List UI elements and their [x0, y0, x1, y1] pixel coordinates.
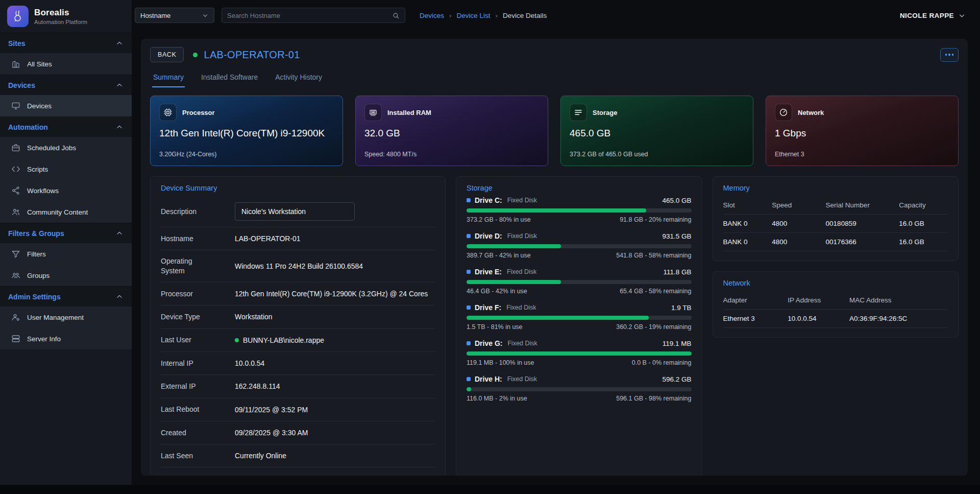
sidebar-item-server-info[interactable]: Server Info	[0, 328, 132, 349]
row-value: 12th Gen Intel(R) Core(TM) i9-12900K (3.…	[235, 289, 435, 299]
summary-row-last-seen: Last Seen Currently Online	[161, 444, 435, 467]
tab-activity-history[interactable]: Activity History	[274, 68, 323, 87]
row-value: LAB-OPERATOR-01	[235, 233, 435, 244]
drive-used: 373.2 GB - 80% in use	[467, 216, 531, 223]
drive-name: Drive D:	[475, 232, 502, 240]
row-label: Hostname	[161, 234, 235, 244]
sidebar-section-automation[interactable]: Automation	[0, 116, 132, 137]
drive-type: Fixed Disk	[507, 232, 537, 240]
user-menu[interactable]: NICOLE RAPPE	[900, 12, 966, 19]
description-input[interactable]	[235, 202, 355, 221]
drive-used: 46.4 GB - 42% in use	[467, 288, 527, 295]
sidebar-item-label: Scheduled Jobs	[27, 144, 76, 152]
drive-name: Drive E:	[475, 268, 502, 276]
sidebar-item-label: Server Info	[27, 335, 61, 343]
sidebar-item-all-sites[interactable]: All Sites	[0, 53, 132, 75]
sidebar-item-devices[interactable]: Devices	[0, 95, 132, 116]
summary-row-external-ip: External IP 162.248.8.114	[161, 375, 435, 398]
tab-installed-software[interactable]: Installed Software	[200, 68, 259, 87]
search-input[interactable]	[227, 12, 392, 19]
sidebar-item-label: All Sites	[27, 60, 52, 68]
col-header-capacity: Capacity	[899, 201, 948, 209]
drive-bullet-icon	[467, 270, 471, 274]
code-icon	[11, 164, 20, 174]
summary-row-hostname: Hostname LAB-OPERATOR-01	[161, 227, 435, 250]
sidebar-item-scheduled-jobs[interactable]: Scheduled Jobs	[0, 137, 132, 158]
summary-row-created: Created 09/28/2025 @ 3:30 AM	[161, 421, 435, 444]
stat-cards: Processor 12th Gen Intel(R) Core(TM) i9-…	[150, 96, 959, 166]
sidebar-item-community-content[interactable]: Community Content	[0, 201, 132, 223]
back-button[interactable]: BACK	[150, 47, 184, 62]
drive-remaining: 65.4 GB - 58% remaining	[620, 288, 691, 295]
stat-label: Installed RAM	[387, 109, 431, 116]
user-gear-icon	[11, 313, 20, 322]
sidebar-item-label: Filters	[27, 250, 46, 258]
cell-speed: 4800	[772, 238, 825, 246]
sidebar-item-scripts[interactable]: Scripts	[0, 158, 132, 180]
panel-header: BACK LAB-OPERATOR-01	[150, 47, 959, 62]
cell-serial: 00180859	[826, 220, 899, 227]
chevron-up-icon	[115, 81, 124, 89]
drive-usage-fill	[467, 244, 561, 248]
hostname-filter-select[interactable]: Hostname	[135, 8, 214, 23]
breadcrumb-devices[interactable]: Devices	[420, 12, 444, 19]
hostname-filter-value: Hostname	[140, 12, 170, 19]
network-table-header: Adapter IP Address MAC Address	[723, 291, 948, 310]
stat-label: Processor	[182, 109, 215, 116]
row-label: Device Type	[161, 312, 235, 322]
user-online-dot	[235, 338, 239, 342]
brand[interactable]: Borealis Automation Platform	[0, 0, 132, 33]
chevron-up-icon	[115, 229, 124, 238]
row-value: Windows 11 Pro 24H2 Build 26100.6584	[235, 261, 435, 271]
more-actions-button[interactable]	[940, 48, 959, 62]
memory-card: Memory Slot Speed Serial Number Capacity…	[713, 176, 959, 261]
speed-gauge-icon	[775, 104, 792, 121]
breadcrumb-device-list[interactable]: Device List	[457, 12, 491, 19]
cell-adapter: Ethernet 3	[723, 315, 788, 322]
drive-size: 1.9 TB	[671, 304, 692, 312]
drive-type: Fixed Disk	[507, 340, 537, 347]
sidebar-section-sites[interactable]: Sites	[0, 33, 132, 53]
drive-size: 596.2 GB	[662, 375, 691, 383]
drive-row-c: Drive C: Fixed Disk 465.0 GB 373.2 GB - …	[467, 196, 692, 223]
cell-slot: BANK 0	[723, 238, 772, 246]
main-area: Hostname Devices › Device List › Device …	[132, 0, 980, 485]
breadcrumb: Devices › Device List › Device Details	[420, 12, 547, 19]
breadcrumb-separator: ›	[496, 12, 498, 19]
drive-size: 111.8 GB	[663, 268, 691, 276]
sidebar-section-devices[interactable]: Devices	[0, 75, 132, 95]
sidebar-item-workflows[interactable]: Workflows	[0, 180, 132, 201]
sidebar-section-filters-groups[interactable]: Filters & Groups	[0, 223, 132, 243]
online-status-dot	[193, 53, 198, 57]
memory-table-header: Slot Speed Serial Number Capacity	[723, 196, 948, 215]
people-icon	[11, 207, 20, 217]
row-label: Description	[161, 207, 235, 217]
row-label: External IP	[161, 382, 235, 391]
app-window: Borealis Automation Platform Sites All S…	[0, 0, 980, 485]
drive-name: Drive G:	[475, 339, 502, 347]
col-header-mac: MAC Address	[849, 296, 948, 304]
sidebar-section-admin-settings[interactable]: Admin Settings	[0, 286, 132, 307]
drive-remaining: 91.8 GB - 20% remaining	[620, 216, 691, 223]
sidebar-item-label: Community Content	[27, 208, 88, 216]
drive-usage-bar	[467, 387, 692, 391]
stat-value: 465.0 GB	[570, 128, 744, 139]
caret-down-icon	[202, 12, 209, 19]
lower-section: Device Summary Description Hostname LAB-…	[150, 176, 959, 476]
sidebar-item-label: Groups	[27, 272, 50, 279]
drive-used: 1.5 TB - 81% in use	[467, 323, 523, 331]
sidebar-item-groups[interactable]: Groups	[0, 265, 132, 286]
tab-summary[interactable]: Summary	[152, 68, 185, 87]
drive-remaining: 360.2 GB - 19% remaining	[616, 323, 691, 331]
row-value: 09/11/2025 @ 3:52 PM	[235, 405, 435, 415]
chevron-up-icon	[115, 123, 124, 131]
sidebar-item-user-management[interactable]: User Management	[0, 307, 132, 328]
cell-slot: BANK 0	[723, 220, 772, 227]
sidebar-item-label: User Management	[27, 314, 84, 321]
summary-row-description: Description	[161, 196, 435, 227]
drive-usage-bar	[467, 244, 692, 248]
memory-table-row: BANK 0 4800 00180859 16.0 GB	[723, 215, 948, 233]
summary-row-last-user: Last User BUNNY-LAB\nicole.rappe	[161, 329, 435, 352]
sidebar-item-filters[interactable]: Filters	[0, 243, 132, 265]
row-value: 10.0.0.54	[235, 358, 435, 368]
